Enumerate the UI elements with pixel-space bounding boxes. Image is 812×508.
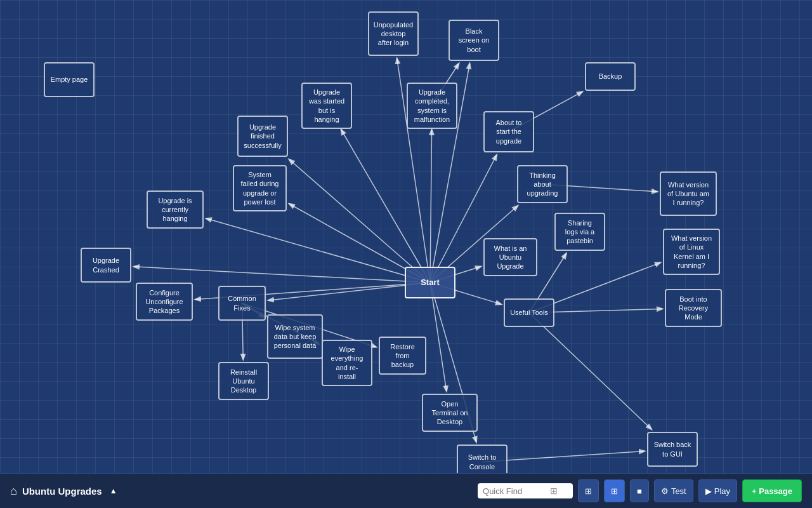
quick-find-container[interactable]: ⊞: [478, 483, 573, 498]
home-icon: ⌂: [10, 485, 17, 498]
node-blackscreen[interactable]: Black screen on boot: [449, 20, 499, 61]
node-restore_backup[interactable]: Restore from backup: [379, 337, 426, 375]
node-what_is_ubuntu_upgrade[interactable]: What is an Ubuntu Upgrade: [483, 238, 537, 276]
home-label: Ubuntu Upgrades: [22, 486, 102, 497]
node-unpopulated[interactable]: Unpopulated desktop after login: [368, 11, 419, 56]
node-upgrade_finished[interactable]: Upgrade finished successfully: [237, 116, 288, 157]
node-backup[interactable]: Backup: [585, 62, 636, 91]
node-wipe_reinstall[interactable]: Wipe everything and re-install: [322, 340, 372, 386]
grid-view-button[interactable]: ⊞: [578, 479, 599, 502]
node-useful_tools[interactable]: Useful Tools: [504, 298, 554, 327]
test-icon: ⚙: [661, 486, 669, 496]
square-icon: ■: [637, 486, 642, 496]
toolbar: ⌂ Ubuntu Upgrades ▲ ⊞ ⊞ ⊞ ■ ⚙ Test ▶ Pla…: [0, 473, 812, 508]
connection-useful_tools-switch_gui: [529, 313, 652, 430]
map-icon: ⊞: [611, 486, 618, 496]
map-view-button[interactable]: ⊞: [604, 479, 625, 502]
node-upgrade_was_started[interactable]: Upgrade was started but is hanging: [301, 83, 352, 129]
passage-button[interactable]: + Passage: [742, 479, 802, 502]
grid-icon: ⊞: [585, 486, 592, 496]
node-upgrade_hanging[interactable]: Upgrade is currently hanging: [147, 190, 204, 229]
node-start[interactable]: Start: [405, 267, 455, 298]
chevron-icon: ▲: [110, 486, 117, 495]
node-wipe_keep_personal[interactable]: Wipe system data but keep personal data: [267, 314, 323, 359]
node-configure_packages[interactable]: Configure Unconfigure Packages: [136, 283, 193, 321]
node-about_to_start[interactable]: About to start the upgrade: [483, 111, 534, 152]
node-what_version_ubuntu[interactable]: What version of Ubuntu am I running?: [660, 171, 717, 216]
node-boot_recovery[interactable]: Boot into Recovery Mode: [665, 289, 722, 327]
node-thinking[interactable]: Thinking about upgrading: [517, 165, 568, 203]
connection-start-upgrade_hanging: [206, 218, 430, 283]
connection-start-upgrade_finished: [289, 159, 430, 283]
connection-start-upgrade_crashed: [134, 267, 430, 283]
node-switch_gui[interactable]: Switch back to GUI: [647, 432, 698, 467]
quick-find-icon: ⊞: [550, 486, 558, 496]
test-button[interactable]: ⚙ Test: [654, 479, 693, 502]
node-upgrade_completed[interactable]: Upgrade completed, system is malfunction: [407, 83, 457, 129]
node-switch_console[interactable]: Switch to Console: [457, 444, 508, 473]
canvas: Empty pageStartUnpopulated desktop after…: [0, 0, 812, 473]
node-upgrade_crashed[interactable]: Upgrade Crashed: [81, 248, 131, 283]
node-empty[interactable]: Empty page: [44, 62, 95, 97]
play-icon: ▶: [705, 486, 712, 496]
node-what_version_kernel[interactable]: What version of Linux Kernel am I runnin…: [663, 229, 720, 275]
connection-start-upgrade_was_started: [341, 130, 430, 283]
node-common_fixes[interactable]: Common Fixes: [218, 286, 266, 321]
node-system_failed[interactable]: System failed during upgrade or power lo…: [233, 165, 287, 211]
play-button[interactable]: ▶ Play: [698, 479, 737, 502]
home-nav[interactable]: ⌂ Ubuntu Upgrades ▲: [10, 485, 117, 498]
square-button[interactable]: ■: [630, 479, 649, 502]
connection-start-upgrade_completed: [430, 130, 432, 283]
node-reinstall_ubuntu[interactable]: Reinstall Ubuntu Desktop: [218, 362, 269, 400]
connection-start-open_terminal: [430, 283, 447, 391]
node-sharing_logs[interactable]: Sharing logs via a pastebin: [554, 213, 605, 251]
node-open_terminal[interactable]: Open Terminal on Desktop: [422, 394, 478, 432]
quick-find-input[interactable]: [483, 486, 546, 496]
